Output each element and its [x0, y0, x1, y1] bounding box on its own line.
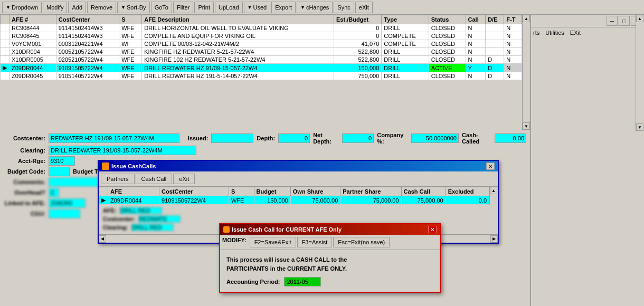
- table-row[interactable]: Z09DR0045 91051405722W4 WFE DRILL REDWAT…: [1, 72, 522, 80]
- cash-called-input[interactable]: [495, 133, 526, 143]
- cgu-input[interactable]: [49, 209, 80, 218]
- cashcall-tab[interactable]: Cash Call: [136, 174, 173, 184]
- right-scroll-down[interactable]: ▼: [636, 123, 643, 131]
- afe-table-container: AFE # CostCenter S AFE Description Est./…: [0, 15, 531, 130]
- call-cell: N: [466, 40, 486, 48]
- depth-label: Depth:: [257, 135, 275, 141]
- budget-cell: 0: [334, 32, 382, 40]
- table-row[interactable]: X10DR0005 02052105722W4 WFE KINGFIRE 102…: [1, 56, 522, 64]
- right-scroll-up[interactable]: ▲: [636, 15, 643, 22]
- costcenter-cell: 00031204221W4: [56, 40, 119, 48]
- upload-btn[interactable]: UpLoad: [215, 2, 243, 13]
- print-btn[interactable]: Print: [194, 2, 214, 13]
- dropdown-btn[interactable]: ▼ Dropdown: [2, 2, 42, 13]
- call-cell: N: [466, 24, 486, 32]
- minimize-btn[interactable]: ─: [607, 16, 618, 26]
- current-afe-close-btn[interactable]: ✕: [428, 226, 437, 233]
- current-afe-toolbar: MODIFY: F2=Save&Exit F3=Assist Esc=Exit(…: [220, 235, 440, 250]
- table-row[interactable]: RC908445 91141502414W3 WFE COMPLETE AND …: [1, 32, 522, 40]
- right-scrollbar[interactable]: ▲ ▼: [636, 15, 644, 131]
- goto-btn[interactable]: GoTo: [151, 2, 172, 13]
- de-cell: [486, 48, 504, 56]
- right-panel-rts[interactable]: rts: [533, 30, 539, 36]
- right-panel: ─ □ ✕ rts Utilities EXit ▲ ▼: [531, 15, 644, 306]
- cc-afe-input[interactable]: [120, 207, 162, 214]
- right-panel-menu: rts Utilities EXit: [531, 27, 644, 38]
- filter-btn[interactable]: Filter: [173, 2, 193, 13]
- depth-input[interactable]: [278, 133, 310, 143]
- afe-num: RC908444: [10, 24, 56, 32]
- linked-input[interactable]: [49, 198, 86, 208]
- table-row[interactable]: V0YCM001 00031204221W4 WI COMPLETE 00/03…: [1, 40, 522, 48]
- exit-tab[interactable]: eXit: [173, 174, 195, 184]
- ft-cell: N: [504, 56, 522, 64]
- current-afe-message: This process will issue a CASH CALL to t…: [226, 255, 433, 273]
- restore-btn[interactable]: □: [619, 16, 630, 26]
- right-panel-utilities[interactable]: Utilities: [545, 30, 564, 36]
- modify-btn[interactable]: Modify: [43, 2, 67, 13]
- scroll-up-btn[interactable]: ▲: [523, 15, 530, 22]
- esc-exit-btn[interactable]: Esc=Exit(no save): [333, 237, 390, 247]
- overhead-input[interactable]: [49, 188, 59, 197]
- scroll-down-btn[interactable]: ▼: [523, 122, 530, 130]
- cc-scroll-track: [490, 194, 498, 205]
- exit-btn[interactable]: eXit: [355, 2, 373, 13]
- desc-cell: COMPLETE AND EQUIP FOR VIKING OIL: [142, 32, 334, 40]
- cc-own: 75,000.00: [290, 196, 340, 205]
- clearing-input[interactable]: [49, 146, 196, 155]
- cashcalls-table: AFE CostCenter S Budget Own Share Partne…: [99, 187, 489, 205]
- cc-scroll-up[interactable]: ▲: [490, 187, 497, 194]
- f3-assist-btn[interactable]: F3=Assist: [297, 237, 333, 247]
- cc-col-budget: Budget: [254, 187, 290, 196]
- net-depth-input[interactable]: [342, 133, 374, 143]
- sort-by-btn[interactable]: ▼ Sort-By: [117, 2, 150, 13]
- row-indicator: [1, 48, 10, 56]
- call-cell: N: [466, 48, 486, 56]
- costcenter-cell: 02052105722W4: [56, 56, 119, 64]
- call-cell: N: [466, 72, 486, 80]
- partners-tab[interactable]: Partners: [101, 174, 135, 184]
- costcenter-input[interactable]: [49, 133, 179, 143]
- right-panel-header: ─ □ ✕: [531, 15, 644, 27]
- cc-costcenter-input[interactable]: [138, 215, 181, 223]
- f2-save-exit-btn[interactable]: F2=Save&Exit: [250, 237, 296, 247]
- cc-hscroll-right[interactable]: ▶: [490, 235, 498, 243]
- acct-rge-label: Acct-Rge:: [4, 158, 45, 164]
- type-cell: DRILL: [382, 72, 429, 80]
- cc-scrollbar[interactable]: ▲ ▼: [489, 187, 498, 205]
- company-pct-input[interactable]: [411, 133, 459, 143]
- cashcalls-modal-close-btn[interactable]: ✕: [486, 162, 495, 170]
- s-cell: WFE: [119, 24, 142, 32]
- col-ft: F-T: [504, 15, 522, 24]
- remove-btn[interactable]: Remove: [87, 2, 116, 13]
- right-panel-exit[interactable]: EXit: [570, 30, 581, 36]
- costcenter-cell: 91051405722W4: [56, 72, 119, 80]
- company-pct-label: Company %:: [377, 132, 408, 145]
- cashcalls-modal-toolbar: Partners Cash Call eXit: [99, 171, 498, 187]
- cashcall-row[interactable]: ▶ Z09DR0044 91091505722W4 WFE 150,000 75…: [99, 196, 489, 205]
- sync-btn[interactable]: Sync: [334, 2, 354, 13]
- budget-code-input[interactable]: [49, 167, 70, 176]
- cc-hscroll-left[interactable]: ◀: [99, 235, 106, 243]
- changes-btn[interactable]: ▼ cHanges: [297, 2, 333, 13]
- costcenter-cell: 91141502414W3: [56, 24, 119, 32]
- budget-type-label: Budget Ty: [73, 168, 101, 175]
- modify-label: MODIFY:: [222, 237, 247, 247]
- de-cell: [486, 40, 504, 48]
- acct-rge-input[interactable]: [49, 156, 75, 166]
- table-scrollbar[interactable]: ▲ ▼: [522, 15, 531, 130]
- table-row[interactable]: X10DR004 00052105722W4 WFE KINGFIRE HZ R…: [1, 48, 522, 56]
- afe-num: X10DR004: [10, 48, 56, 56]
- export-btn[interactable]: Export: [271, 2, 296, 13]
- table-row[interactable]: ▶ Z09DR0044 91091505722W4 WFE DRILL REDW…: [1, 64, 522, 72]
- cc-costcenter-label: Costcenter:: [103, 216, 135, 222]
- add-btn[interactable]: Add: [68, 2, 86, 13]
- used-btn[interactable]: ▼ Used: [244, 2, 271, 13]
- row-indicator: ▶: [1, 64, 10, 72]
- issued-input[interactable]: [211, 133, 253, 143]
- accounting-period-input[interactable]: [284, 277, 321, 286]
- changes-arrow-icon: ▼: [300, 5, 305, 10]
- table-row[interactable]: RC908444 91141502414W3 WFE DRILL HORIZON…: [1, 24, 522, 32]
- s-cell: WFE: [119, 56, 142, 64]
- cc-clearing-input[interactable]: [131, 224, 174, 231]
